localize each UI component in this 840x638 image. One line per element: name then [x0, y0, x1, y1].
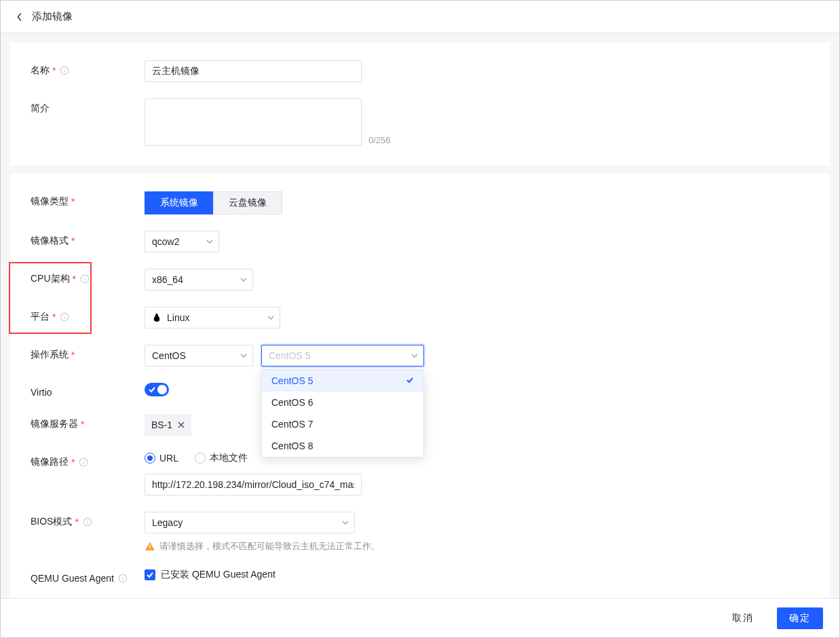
- seg-system-image[interactable]: 系统镜像: [145, 191, 214, 214]
- image-type-segment: 系统镜像 云盘镜像: [145, 191, 282, 214]
- info-icon[interactable]: [60, 312, 69, 322]
- info-icon[interactable]: [118, 574, 128, 583]
- chevron-down-icon: [240, 274, 247, 285]
- cpu-value: x86_64: [152, 274, 183, 285]
- name-input[interactable]: [145, 60, 362, 82]
- os-version-option[interactable]: CentOS 7: [262, 413, 423, 435]
- radio-local[interactable]: 本地文件: [195, 452, 248, 464]
- seg-disk-image[interactable]: 云盘镜像: [213, 191, 282, 214]
- svg-point-11: [83, 460, 84, 461]
- modal-container: 添加镜像 名称 * 简介: [0, 0, 840, 638]
- row-qemu: QEMU Guest Agent 已安装 QEMU Guest Agent: [31, 569, 809, 584]
- label-name: 名称 *: [31, 60, 145, 77]
- virtio-toggle[interactable]: [145, 383, 169, 396]
- label-format-text: 镜像格式: [31, 235, 69, 247]
- page-title: 添加镜像: [32, 10, 73, 23]
- qemu-checkbox[interactable]: [145, 569, 155, 580]
- check-icon: [149, 386, 155, 393]
- chevron-down-icon: [206, 236, 213, 247]
- confirm-button[interactable]: 确定: [777, 607, 823, 629]
- modal-body: 名称 * 简介 0/256: [1, 33, 839, 598]
- format-value: qcow2: [152, 236, 179, 247]
- option-text: CentOS 6: [271, 397, 313, 408]
- label-cpu-text: CPU架构: [31, 273, 70, 285]
- required-mark: *: [71, 457, 75, 468]
- cpu-select[interactable]: x86_64: [145, 269, 253, 290]
- option-text: CentOS 5: [271, 375, 313, 386]
- info-icon[interactable]: [60, 66, 69, 75]
- row-format: 镜像格式 * qcow2: [31, 231, 809, 252]
- row-name: 名称 *: [31, 60, 809, 82]
- row-os: 操作系统 * CentOS CentOS 5 CentO: [31, 345, 809, 367]
- label-cpu: CPU架构 *: [31, 269, 145, 285]
- platform-select[interactable]: Linux: [145, 307, 280, 329]
- row-bios: BIOS模式 * Legacy 请谨慎选择，模式不匹配可能导致云主机无法正常工作…: [31, 512, 809, 552]
- toggle-knob: [157, 385, 167, 394]
- back-icon[interactable]: [14, 12, 25, 22]
- label-bios: BIOS模式 *: [31, 512, 145, 528]
- label-virtio-text: Virtio: [31, 387, 52, 398]
- server-tag[interactable]: BS-1: [145, 414, 191, 436]
- check-icon: [406, 375, 414, 386]
- required-mark: *: [71, 196, 75, 207]
- label-path: 镜像路径 *: [31, 452, 145, 468]
- card-basic: 名称 * 简介 0/256: [10, 43, 830, 166]
- os-version-option[interactable]: CentOS 5: [262, 370, 423, 392]
- label-qemu-text: QEMU Guest Agent: [31, 573, 114, 584]
- radio-label: 本地文件: [210, 452, 248, 464]
- label-os-text: 操作系统: [31, 349, 69, 361]
- label-server: 镜像服务器 *: [31, 414, 145, 430]
- format-select[interactable]: qcow2: [145, 231, 219, 252]
- row-cpu: CPU架构 * x86_64: [31, 269, 809, 290]
- radio-url[interactable]: URL: [145, 453, 178, 464]
- required-mark: *: [73, 274, 76, 284]
- modal-footer: 取消 确定: [1, 598, 839, 637]
- os-value: CentOS: [152, 350, 186, 361]
- label-platform: 平台 *: [31, 307, 145, 323]
- info-icon[interactable]: [80, 274, 90, 284]
- radio-dot: [195, 453, 206, 464]
- bios-warning-text: 请谨慎选择，模式不匹配可能导致云主机无法正常工作。: [159, 540, 380, 552]
- label-image-type-text: 镜像类型: [31, 195, 69, 208]
- os-version-option[interactable]: CentOS 8: [262, 435, 423, 457]
- bios-warning: 请谨慎选择，模式不匹配可能导致云主机无法正常工作。: [145, 540, 380, 552]
- chevron-down-icon: [267, 312, 274, 323]
- bios-value: Legacy: [152, 517, 183, 528]
- close-icon[interactable]: [178, 421, 185, 428]
- os-version-option[interactable]: CentOS 6: [262, 392, 423, 413]
- row-platform: 平台 * Linux: [31, 307, 809, 329]
- os-version-select[interactable]: CentOS 5: [261, 345, 424, 367]
- row-path: 镜像路径 * URL 本地文件: [31, 452, 809, 495]
- path-radio-group: URL 本地文件: [145, 452, 248, 464]
- path-input[interactable]: [145, 474, 362, 495]
- label-virtio: Virtio: [31, 383, 145, 398]
- label-os: 操作系统 *: [31, 345, 145, 361]
- radio-dot: [145, 453, 155, 464]
- qemu-check-label: 已安装 QEMU Guest Agent: [161, 569, 275, 581]
- svg-point-19: [122, 576, 123, 577]
- chevron-down-icon: [240, 350, 247, 361]
- warning-icon: [145, 541, 155, 552]
- required-mark: *: [71, 236, 75, 246]
- label-desc: 简介: [31, 98, 145, 115]
- desc-textarea[interactable]: [145, 98, 362, 146]
- label-path-text: 镜像路径: [31, 456, 69, 468]
- bios-select[interactable]: Legacy: [145, 512, 355, 533]
- required-mark: *: [52, 312, 56, 322]
- tag-text: BS-1: [151, 419, 172, 430]
- required-mark: *: [75, 517, 78, 527]
- label-qemu: QEMU Guest Agent: [31, 569, 145, 584]
- card-image: 镜像类型 * 系统镜像 云盘镜像 镜像格式 * q: [10, 174, 830, 598]
- cancel-button[interactable]: 取消: [720, 607, 766, 629]
- label-name-text: 名称: [31, 64, 50, 77]
- option-text: CentOS 7: [271, 419, 313, 430]
- row-desc: 简介 0/256: [31, 98, 809, 148]
- required-mark: *: [52, 65, 56, 76]
- label-format: 镜像格式 *: [31, 231, 145, 247]
- info-icon[interactable]: [79, 457, 88, 467]
- radio-label: URL: [159, 453, 178, 464]
- info-icon[interactable]: [83, 517, 92, 527]
- svg-point-8: [64, 315, 65, 316]
- platform-value: Linux: [167, 312, 189, 323]
- os-select[interactable]: CentOS: [145, 345, 253, 367]
